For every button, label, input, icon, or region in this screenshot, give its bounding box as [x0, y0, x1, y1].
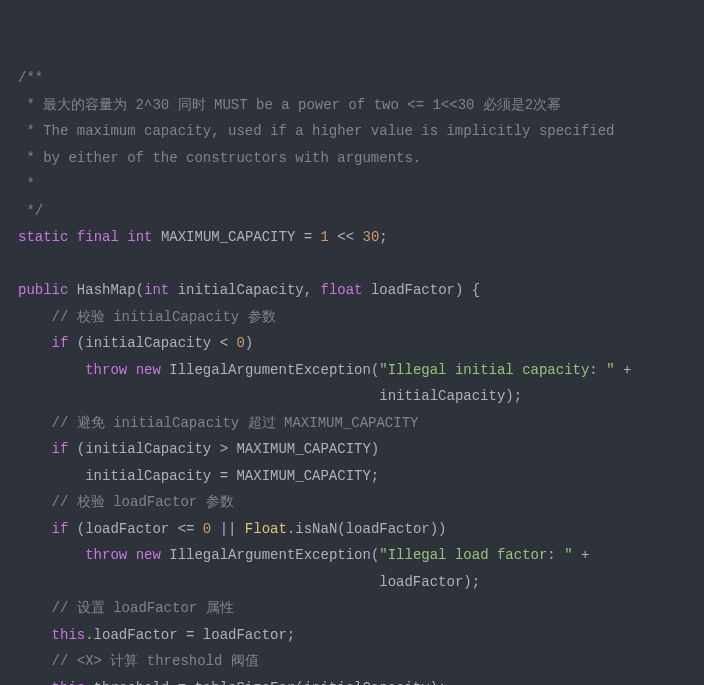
comment-line: // 校验 initialCapacity 参数 — [52, 309, 276, 325]
comment-line: // 设置 loadFactor 属性 — [52, 600, 234, 616]
comment-line: * 最大的容量为 2^30 同时 MUST be a power of two … — [18, 97, 561, 113]
semicolon: ; — [379, 229, 387, 245]
or-operator: || — [211, 521, 245, 537]
condition: (initialCapacity > MAXIMUM_CAPACITY) — [68, 441, 379, 457]
condition: (initialCapacity < — [68, 335, 236, 351]
string-literal: "Illegal initial capacity: " — [379, 362, 614, 378]
comment-line: // 校验 loadFactor 参数 — [52, 494, 234, 510]
keyword-if: if — [52, 521, 69, 537]
comment-line: * The maximum capacity, used if a higher… — [18, 123, 615, 139]
type-int: int — [127, 229, 152, 245]
number: 0 — [203, 521, 211, 537]
class-float: Float — [245, 521, 287, 537]
comment-line: * — [18, 176, 35, 192]
operator: << — [329, 229, 363, 245]
paren-open: ( — [136, 282, 144, 298]
keyword-this: this — [52, 627, 86, 643]
number: 30 — [363, 229, 380, 245]
assignment: .loadFactor = loadFactor; — [85, 627, 295, 643]
statement: initialCapacity = MAXIMUM_CAPACITY; — [85, 468, 379, 484]
keyword-public: public — [18, 282, 68, 298]
keyword-if: if — [52, 441, 69, 457]
type-float: float — [321, 282, 363, 298]
keyword-new: new — [136, 547, 161, 563]
type-int: int — [144, 282, 169, 298]
assignment: .threshold = tableSizeFor(initialCapacit… — [85, 680, 446, 686]
operator: = — [295, 229, 320, 245]
param: initialCapacity — [178, 282, 304, 298]
number: 0 — [236, 335, 244, 351]
condition-part: (loadFactor <= — [68, 521, 202, 537]
string-literal: "Illegal load factor: " — [379, 547, 572, 563]
constructor-name: HashMap — [77, 282, 136, 298]
comma: , — [304, 282, 321, 298]
plus: + — [573, 547, 590, 563]
keyword-final: final — [77, 229, 119, 245]
class-name: IllegalArgumentException — [169, 362, 371, 378]
method-call: .isNaN(loadFactor)) — [287, 521, 447, 537]
comment-line: // 避免 initialCapacity 超过 MAXIMUM_CAPACIT… — [52, 415, 419, 431]
identifier: initialCapacity); — [379, 388, 522, 404]
comment-line: /** — [18, 70, 43, 86]
identifier: loadFactor); — [379, 574, 480, 590]
comment-line: * by either of the constructors with arg… — [18, 150, 421, 166]
class-name: IllegalArgumentException — [169, 547, 371, 563]
paren-close: ) — [245, 335, 253, 351]
param: loadFactor — [371, 282, 455, 298]
keyword-static: static — [18, 229, 68, 245]
number: 1 — [321, 229, 329, 245]
comment-line: */ — [18, 203, 43, 219]
keyword-new: new — [136, 362, 161, 378]
keyword-this: this — [52, 680, 86, 686]
paren-close-brace: ) { — [455, 282, 480, 298]
constant-name: MAXIMUM_CAPACITY — [161, 229, 295, 245]
keyword-if: if — [52, 335, 69, 351]
keyword-throw: throw — [85, 362, 127, 378]
code-block: /** * 最大的容量为 2^30 同时 MUST be a power of … — [18, 65, 686, 685]
comment-line: // <X> 计算 threshold 阀值 — [52, 653, 259, 669]
plus: + — [615, 362, 632, 378]
keyword-throw: throw — [85, 547, 127, 563]
